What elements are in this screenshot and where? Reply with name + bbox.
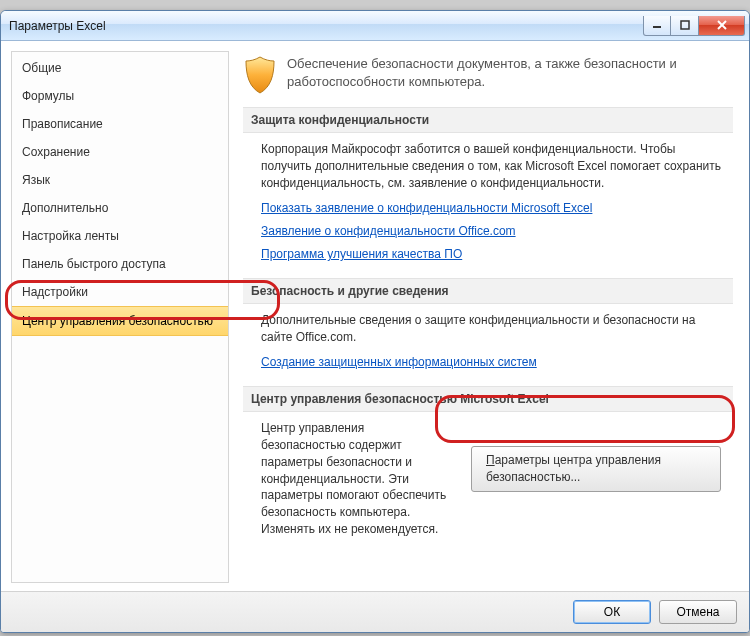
- dialog-body: Общие Формулы Правописание Сохранение Яз…: [1, 41, 749, 591]
- section-title-security: Безопасность и другие сведения: [243, 278, 733, 304]
- sidebar-item-label: Дополнительно: [22, 201, 108, 215]
- titlebar: Параметры Excel: [1, 11, 749, 41]
- link-privacy-statement-office[interactable]: Заявление о конфиденциальности Office.co…: [261, 223, 516, 240]
- sidebar-item-label: Сохранение: [22, 145, 90, 159]
- header-text: Обеспечение безопасности документов, а т…: [287, 55, 733, 90]
- sidebar-item-proofing[interactable]: Правописание: [12, 110, 228, 138]
- sidebar: Общие Формулы Правописание Сохранение Яз…: [11, 51, 229, 583]
- window-title: Параметры Excel: [9, 19, 106, 33]
- sidebar-item-ribbon[interactable]: Настройка ленты: [12, 222, 228, 250]
- sidebar-item-addins[interactable]: Надстройки: [12, 278, 228, 306]
- trust-center-description: Центр управления безопасностью содержит …: [261, 420, 451, 538]
- section-body-trust-center: Центр управления безопасностью содержит …: [243, 420, 733, 546]
- cancel-button[interactable]: Отмена: [659, 600, 737, 624]
- link-trustworthy-computing[interactable]: Создание защищенных информационных систе…: [261, 354, 537, 371]
- shield-icon: [243, 55, 277, 95]
- excel-options-window: Параметры Excel Общие Формулы Правописан…: [0, 10, 750, 633]
- sidebar-item-language[interactable]: Язык: [12, 166, 228, 194]
- section-body-security: Дополнительные сведения о защите конфиде…: [243, 312, 733, 382]
- maximize-button[interactable]: [671, 16, 699, 36]
- trust-center-settings-button[interactable]: Параметры центра управления безопасность…: [471, 446, 721, 492]
- link-ceip[interactable]: Программа улучшения качества ПО: [261, 246, 462, 263]
- sidebar-item-label: Формулы: [22, 89, 74, 103]
- sidebar-item-label: Надстройки: [22, 285, 88, 299]
- sidebar-item-label: Правописание: [22, 117, 103, 131]
- section-body-privacy: Корпорация Майкрософт заботится о вашей …: [243, 141, 733, 274]
- sidebar-item-label: Панель быстрого доступа: [22, 257, 166, 271]
- sidebar-item-label: Центр управления безопасностью: [22, 314, 213, 328]
- privacy-text: Корпорация Майкрософт заботится о вашей …: [261, 141, 721, 191]
- main-panel: Обеспечение безопасности документов, а т…: [229, 51, 739, 583]
- dialog-footer: ОК Отмена: [1, 591, 749, 632]
- header-row: Обеспечение безопасности документов, а т…: [243, 55, 733, 95]
- sidebar-item-trust-center[interactable]: Центр управления безопасностью: [12, 306, 228, 336]
- section-title-privacy: Защита конфиденциальности: [243, 107, 733, 133]
- sidebar-item-label: Настройка ленты: [22, 229, 119, 243]
- svg-rect-1: [681, 21, 689, 29]
- minimize-button[interactable]: [643, 16, 671, 36]
- sidebar-item-quick-access[interactable]: Панель быстрого доступа: [12, 250, 228, 278]
- sidebar-item-advanced[interactable]: Дополнительно: [12, 194, 228, 222]
- section-title-trust-center: Центр управления безопасностью Microsoft…: [243, 386, 733, 412]
- sidebar-item-formulas[interactable]: Формулы: [12, 82, 228, 110]
- window-controls: [643, 16, 745, 36]
- link-privacy-statement-excel[interactable]: Показать заявление о конфиденциальности …: [261, 200, 592, 217]
- security-text: Дополнительные сведения о защите конфиде…: [261, 312, 721, 346]
- sidebar-item-save[interactable]: Сохранение: [12, 138, 228, 166]
- sidebar-item-label: Общие: [22, 61, 61, 75]
- sidebar-item-label: Язык: [22, 173, 50, 187]
- sidebar-item-general[interactable]: Общие: [12, 54, 228, 82]
- ok-button[interactable]: ОК: [573, 600, 651, 624]
- close-button[interactable]: [699, 16, 745, 36]
